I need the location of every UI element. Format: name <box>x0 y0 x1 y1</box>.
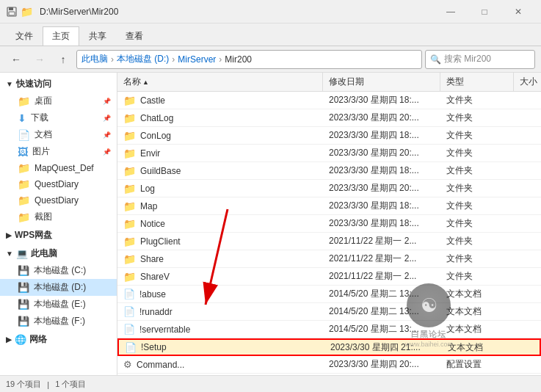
sidebar-item-documents[interactable]: 📄 文档 📌 <box>0 126 117 143</box>
table-row[interactable]: 📁 Notice 2023/3/30 星期四 18:... 文件夹 <box>117 215 541 233</box>
table-row[interactable]: 📁 PlugClient 2021/11/22 星期一 2... 文件夹 <box>117 233 541 250</box>
sidebar-item-downloads[interactable]: ⬇ 下载 📌 <box>0 109 117 126</box>
breadcrumb-computer[interactable]: 此电脑 <box>81 53 108 65</box>
file-date: 2023/3/30 星期四 20:... <box>323 357 440 372</box>
file-type: 文件夹 <box>440 128 514 143</box>
table-row[interactable]: ⚙ Exps... 2023/3/30 星期四 20:... 配置设置 <box>117 374 541 375</box>
search-placeholder: 搜索 Mir200 <box>444 53 491 65</box>
table-row[interactable]: ⚙ Command... 2023/3/30 星期四 20:... 配置设置 <box>117 356 541 374</box>
save-icon[interactable] <box>6 6 18 18</box>
file-size <box>514 293 541 296</box>
folder-icon-titlebar: 📁 <box>21 6 32 18</box>
chevron-down-icon: ▼ <box>6 80 13 88</box>
table-row[interactable]: 📄 !abuse 2014/5/20 星期二 13:... 文本文档 <box>117 286 541 303</box>
tab-view[interactable]: 查看 <box>116 26 153 46</box>
file-type: 文件夹 <box>440 110 514 126</box>
table-row[interactable]: 📁 Share 2021/11/22 星期一 2... 文件夹 <box>117 250 541 268</box>
sidebar-item-questdiary2[interactable]: 📁 QuestDiary <box>0 192 117 208</box>
sidebar-item-screenshot[interactable]: 📁 截图 <box>0 208 117 225</box>
sidebar-thispc-label: 此电脑 <box>31 247 57 260</box>
file-size <box>514 275 541 278</box>
titlebar-icons: 📁 <box>6 6 32 18</box>
file-type: 文件夹 <box>440 269 514 284</box>
sidebar-section-quickaccess: ▼ 快速访问 📁 桌面 📌 ⬇ 下载 📌 📄 文档 📌 <box>0 76 117 225</box>
file-date: 2023/3/30 星期四 18:... <box>323 163 440 178</box>
tab-home[interactable]: 主页 <box>43 26 79 46</box>
sidebar-header-thispc[interactable]: ▼ 💻 此电脑 <box>0 245 117 262</box>
table-row[interactable]: 📁 ShareV 2021/11/22 星期一 2... 文件夹 <box>117 268 541 286</box>
tab-file[interactable]: 文件 <box>6 26 43 46</box>
folder-file-icon: 📁 <box>123 200 136 212</box>
file-size <box>514 311 541 313</box>
file-name: 📁 Envir <box>117 146 323 161</box>
file-name: 📁 ChatLog <box>117 111 323 126</box>
file-date: 2014/5/20 星期二 13:... <box>323 322 440 337</box>
file-date: 2023/3/30 星期四 18:... <box>323 216 440 231</box>
col-header-type[interactable]: 类型 <box>440 73 514 91</box>
file-date: 2023/3/30 星期四 21:... <box>324 340 442 355</box>
col-header-size[interactable]: 大小 <box>514 73 541 91</box>
table-row[interactable]: 📁 GuildBase 2023/3/30 星期四 18:... 文件夹 <box>117 162 541 180</box>
sort-asc-icon: ▲ <box>142 79 149 86</box>
table-row[interactable]: 📁 ChatLog 2023/3/30 星期四 20:... 文件夹 <box>117 109 541 127</box>
sidebar-item-drive-f[interactable]: 💾 本地磁盘 (F:) <box>0 313 117 330</box>
sidebar-item-questdiary1[interactable]: 📁 QuestDiary <box>0 176 117 192</box>
main-layout: ▼ 快速访问 📁 桌面 📌 ⬇ 下载 📌 📄 文档 📌 <box>0 73 541 375</box>
table-row[interactable]: 📄 !serverntable 2014/5/20 星期二 13:... 文本文… <box>117 321 541 338</box>
sidebar-item-pictures[interactable]: 🖼 图片 📌 <box>0 143 117 160</box>
sidebar-item-drive-d[interactable]: 💾 本地磁盘 (D:) <box>0 279 117 296</box>
pin-icon-dl: 📌 <box>103 115 111 122</box>
breadcrumb-mirserver[interactable]: MirServer <box>178 54 216 65</box>
maximize-button[interactable]: □ <box>468 0 501 23</box>
sidebar-downloads-label: 下载 <box>31 112 48 124</box>
sidebar-header-network[interactable]: ▶ 🌐 网络 <box>0 331 117 348</box>
file-type: 文本文档 <box>440 322 514 337</box>
sidebar-questdiary1-label: QuestDiary <box>35 179 79 189</box>
table-row[interactable]: 📁 Castle 2023/3/30 星期四 18:... 文件夹 <box>117 92 541 109</box>
file-name: 📁 GuildBase <box>117 164 323 178</box>
folder-file-icon: 📁 <box>123 271 136 283</box>
drive-f-icon: 💾 <box>18 316 29 327</box>
col-header-date[interactable]: 修改日期 <box>323 73 440 91</box>
table-row[interactable]: 📄 !Setup 2023/3/30 星期四 21:... 文本文档 1 <box>117 338 541 356</box>
computer-icon: 💻 <box>16 248 28 259</box>
minimize-button[interactable]: — <box>434 0 468 23</box>
file-size <box>514 258 541 261</box>
sidebar-section-network: ▶ 🌐 网络 <box>0 331 117 348</box>
sidebar-item-mapquest[interactable]: 📁 MapQuest_Def <box>0 160 117 176</box>
breadcrumb[interactable]: 此电脑 › 本地磁盘 (D:) › MirServer › Mir200 <box>76 50 422 69</box>
file-size <box>514 363 541 366</box>
table-row[interactable]: 📁 Map 2023/3/30 星期四 18:... 文件夹 <box>117 197 541 215</box>
forward-button[interactable]: → <box>29 49 50 70</box>
file-list-header: 名称 ▲ 修改日期 类型 大小 <box>117 73 541 92</box>
table-row[interactable]: 📁 ConLog 2023/3/30 星期四 18:... 文件夹 <box>117 127 541 145</box>
sidebar-header-quickaccess[interactable]: ▼ 快速访问 <box>0 76 117 92</box>
col-header-name[interactable]: 名称 ▲ <box>117 73 323 91</box>
col-size-label: 大小 <box>520 76 537 88</box>
ribbon: 文件 主页 共享 查看 <box>0 23 541 46</box>
table-row[interactable]: 📄 !runaddr 2014/5/20 星期二 13:... 文本文档 <box>117 303 541 321</box>
sidebar-desktop-label: 桌面 <box>35 95 52 107</box>
tab-share[interactable]: 共享 <box>79 26 116 46</box>
file-date: 2021/11/22 星期一 2... <box>323 251 440 266</box>
file-date: 2023/3/30 星期四 18:... <box>323 198 440 214</box>
table-row[interactable]: 📁 Log 2023/3/30 星期四 20:... 文件夹 <box>117 180 541 197</box>
sidebar-item-drive-e[interactable]: 💾 本地磁盘 (E:) <box>0 296 117 313</box>
breadcrumb-drive[interactable]: 本地磁盘 (D:) <box>117 53 169 65</box>
sidebar-header-wps[interactable]: ▶ WPS网盘 <box>0 227 117 244</box>
close-button[interactable]: ✕ <box>501 0 535 23</box>
folder-mapquest-icon: 📁 <box>18 162 30 174</box>
sidebar-item-desktop[interactable]: 📁 桌面 📌 <box>0 92 117 109</box>
file-name: 📁 ShareV <box>117 269 323 284</box>
search-box[interactable]: 🔍 搜索 Mir200 <box>425 50 535 69</box>
file-date: 2021/11/22 星期一 2... <box>323 233 440 249</box>
status-selected: 1 个项目 <box>55 379 86 390</box>
back-button[interactable]: ← <box>6 49 26 70</box>
file-date: 2023/3/30 星期四 18:... <box>323 92 440 108</box>
file-type: 文件夹 <box>440 145 514 161</box>
file-size <box>514 222 541 225</box>
file-type: 文件夹 <box>440 251 514 266</box>
up-button[interactable]: ↑ <box>53 49 73 70</box>
sidebar-item-drive-c[interactable]: 💾 本地磁盘 (C:) <box>0 262 117 279</box>
table-row[interactable]: 📁 Envir 2023/3/30 星期四 20:... 文件夹 <box>117 145 541 162</box>
